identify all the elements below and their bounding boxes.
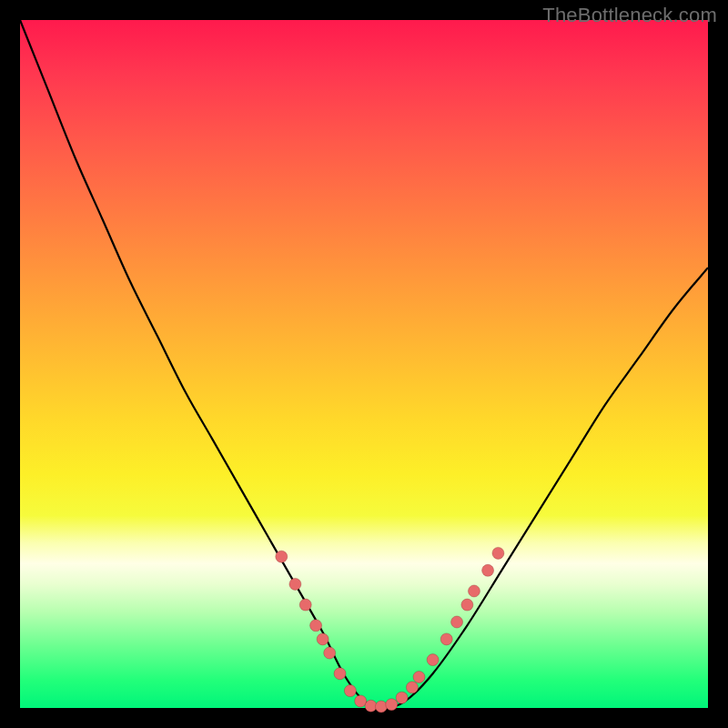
highlighted-point <box>386 699 398 711</box>
highlighted-point <box>482 564 494 576</box>
highlighted-point <box>406 682 418 693</box>
highlighted-point <box>396 692 408 703</box>
highlighted-point <box>299 599 311 611</box>
highlighted-points-group <box>276 547 504 713</box>
highlighted-point <box>344 685 356 697</box>
highlighted-point <box>375 701 387 713</box>
highlighted-point <box>310 620 322 632</box>
highlighted-point <box>427 654 439 666</box>
highlighted-point <box>451 616 463 628</box>
highlighted-point <box>492 547 504 559</box>
highlighted-point <box>289 578 301 590</box>
watermark-text: TheBottleneck.com <box>542 4 717 27</box>
highlighted-point <box>317 633 329 645</box>
highlighted-point <box>334 668 346 680</box>
highlighted-point <box>440 633 452 645</box>
highlighted-point <box>324 647 336 659</box>
bottleneck-curve-svg <box>20 20 708 708</box>
highlighted-point <box>461 599 473 611</box>
highlighted-point <box>276 551 288 562</box>
highlighted-point <box>413 671 425 682</box>
highlighted-point <box>468 585 480 597</box>
bottleneck-curve <box>20 20 708 708</box>
